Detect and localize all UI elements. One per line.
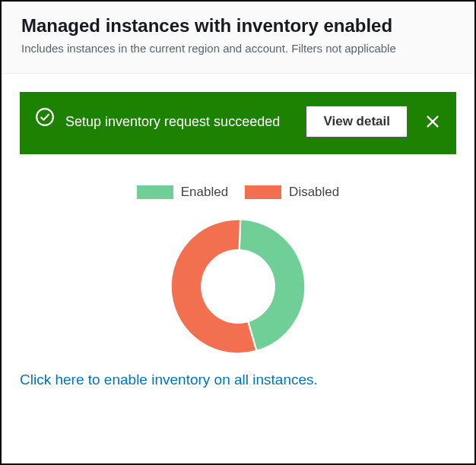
legend-item-enabled: Enabled — [137, 185, 228, 200]
close-icon[interactable] — [424, 113, 441, 130]
legend-label-enabled: Enabled — [181, 185, 228, 200]
success-alert: Setup inventory request succeeded View d… — [20, 92, 456, 154]
panel-title: Managed instances with inventory enabled — [21, 15, 455, 36]
panel-subtitle: Includes instances in the current region… — [21, 41, 455, 56]
enable-all-link[interactable]: Click here to enable inventory on all in… — [20, 372, 318, 388]
donut-chart — [167, 215, 309, 358]
inventory-panel: Managed instances with inventory enabled… — [0, 0, 476, 465]
panel-header: Managed instances with inventory enabled… — [2, 2, 474, 74]
chart-area: Enabled Disabled — [20, 185, 456, 358]
swatch-disabled — [245, 185, 281, 199]
legend-item-disabled: Disabled — [245, 185, 339, 200]
chart-legend: Enabled Disabled — [137, 185, 340, 200]
check-circle-icon — [35, 107, 55, 127]
svg-point-0 — [36, 109, 53, 125]
view-detail-button[interactable]: View detail — [306, 106, 408, 138]
alert-message: Setup inventory request succeeded — [65, 112, 295, 132]
legend-label-disabled: Disabled — [289, 185, 339, 200]
swatch-enabled — [137, 185, 173, 199]
panel-body: Setup inventory request succeeded View d… — [2, 74, 474, 463]
svg-point-3 — [201, 249, 275, 324]
enable-all-row: Click here to enable inventory on all in… — [20, 372, 456, 388]
